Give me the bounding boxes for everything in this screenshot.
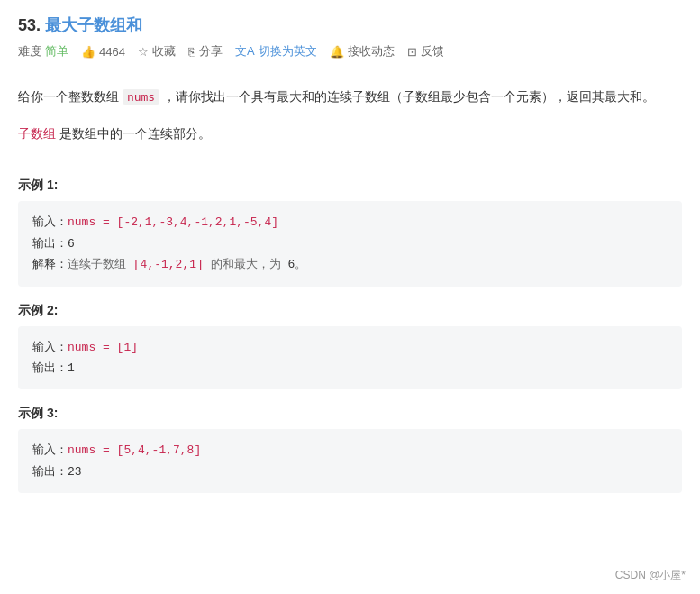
input-value-3: nums = [5,4,-1,7,8] xyxy=(68,443,201,457)
input-label-3: 输入： xyxy=(32,443,68,457)
example-3-input: 输入：nums = [5,4,-1,7,8] xyxy=(32,440,668,461)
translate-icon: 文A xyxy=(235,43,255,59)
watermark-text: CSDN @小屋* xyxy=(615,569,686,581)
collect-label: 收藏 xyxy=(152,43,176,59)
example-3-output: 输出：23 xyxy=(32,461,668,482)
explain-label-1: 解释： xyxy=(32,258,68,271)
notify-button[interactable]: 🔔 接收动态 xyxy=(330,43,395,59)
difficulty-item: 难度 简单 xyxy=(18,43,68,59)
feedback-button[interactable]: ⊡ 反馈 xyxy=(407,43,444,59)
problem-description: 给你一个整数数组 nums ，请你找出一个具有最大和的连续子数组（子数组最少包含… xyxy=(18,86,682,108)
notify-label: 接收动态 xyxy=(348,43,395,59)
example-1-section: 示例 1: 输入：nums = [-2,1,-3,4,-1,2,1,-5,4] … xyxy=(18,178,682,286)
subarray-note-text: 是数组中的一个连续部分。 xyxy=(59,126,211,141)
like-icon: 👍 xyxy=(81,45,95,59)
output-label-3: 输出： xyxy=(32,465,68,479)
example-2-input: 输入：nums = [1] xyxy=(32,337,668,358)
desc-part2: ，请你找出一个具有最大和的连续子数组（子数组最少包含一个元素），返回其最大和。 xyxy=(163,89,655,104)
explain-suffix-1: 的和最大，为 xyxy=(204,258,288,271)
bell-icon: 🔔 xyxy=(330,45,344,59)
example-2-block: 输入：nums = [1] 输出：1 xyxy=(18,326,682,390)
input-value-1: nums = [-2,1,-3,4,-1,2,1,-5,4] xyxy=(68,215,278,229)
input-label-2: 输入： xyxy=(32,341,68,354)
example-3-title: 示例 3: xyxy=(18,406,682,422)
page-title: 53. 最大子数组和 xyxy=(18,14,142,36)
example-3-block: 输入：nums = [5,4,-1,7,8] 输出：23 xyxy=(18,429,682,493)
share-label: 分享 xyxy=(199,43,223,59)
example-1-title: 示例 1: xyxy=(18,178,682,194)
feedback-label: 反馈 xyxy=(421,43,444,59)
difficulty-value: 简单 xyxy=(45,43,68,59)
explain-text-1: 连续子数组 xyxy=(68,258,126,271)
share-button[interactable]: ⎘ 分享 xyxy=(188,43,223,59)
example-2-title: 示例 2: xyxy=(18,303,682,319)
output-label-1: 输出： xyxy=(32,237,68,251)
collect-button[interactable]: ☆ 收藏 xyxy=(138,43,176,59)
toolbar: 难度 简单 👍 4464 ☆ 收藏 ⎘ 分享 文A 切换为英文 🔔 接收动态 ⊡… xyxy=(18,43,682,69)
share-icon: ⎘ xyxy=(188,45,195,59)
problem-title-text: 最大子数组和 xyxy=(45,16,142,34)
translate-button[interactable]: 文A 切换为英文 xyxy=(235,43,317,59)
input-label-1: 输入： xyxy=(32,215,68,229)
output-value-3: 23 xyxy=(68,465,82,479)
example-2-output: 输出：1 xyxy=(32,358,668,379)
title-row: 53. 最大子数组和 xyxy=(18,14,682,36)
example-1-explain: 解释：连续子数组 [4,-1,2,1] 的和最大，为 6。 xyxy=(32,254,668,275)
example-1-block: 输入：nums = [-2,1,-3,4,-1,2,1,-5,4] 输出：6 解… xyxy=(18,201,682,286)
explain-code-1: [4,-1,2,1] xyxy=(133,258,204,271)
output-label-2: 输出： xyxy=(32,361,68,375)
output-value-2: 1 xyxy=(68,361,75,375)
like-button[interactable]: 👍 4464 xyxy=(81,45,125,59)
like-count: 4464 xyxy=(99,45,125,59)
translate-label: 切换为英文 xyxy=(259,43,317,59)
example-3-section: 示例 3: 输入：nums = [5,4,-1,7,8] 输出：23 xyxy=(18,406,682,493)
input-value-2: nums = [1] xyxy=(68,341,138,354)
problem-number: 53. xyxy=(18,16,41,34)
problem-title-link[interactable]: 最大子数组和 xyxy=(45,16,142,34)
subarray-note: 子数组 是数组中的一个连续部分。 xyxy=(18,123,682,145)
explain-end-1: 。 xyxy=(295,258,306,271)
subarray-term: 子数组 xyxy=(18,126,56,141)
desc-part1: 给你一个整数数组 xyxy=(18,89,119,104)
feedback-icon: ⊡ xyxy=(407,45,417,59)
output-value-1: 6 xyxy=(68,237,75,251)
example-1-input: 输入：nums = [-2,1,-3,4,-1,2,1,-5,4] xyxy=(32,212,668,233)
desc-code1: nums xyxy=(123,89,159,105)
star-icon: ☆ xyxy=(138,45,149,59)
difficulty-label: 难度 xyxy=(18,43,41,59)
example-2-section: 示例 2: 输入：nums = [1] 输出：1 xyxy=(18,303,682,390)
watermark: CSDN @小屋* xyxy=(615,568,686,583)
example-1-output: 输出：6 xyxy=(32,233,668,254)
